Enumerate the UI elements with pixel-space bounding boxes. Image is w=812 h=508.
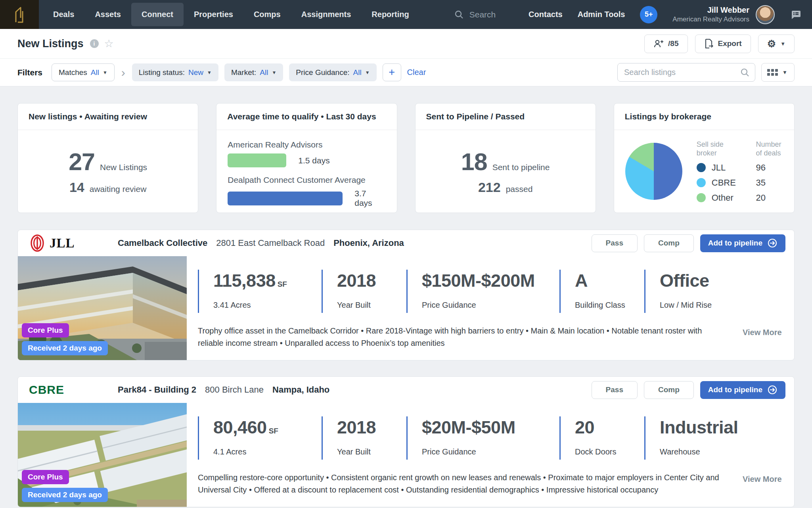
user-menu[interactable]: Jill Webber American Realty Advisors <box>672 5 775 24</box>
awaiting-review-count: 14 <box>69 180 84 195</box>
chevron-down-icon: ▼ <box>780 41 785 47</box>
card-title: Listings by brokerage <box>614 104 794 130</box>
bar-american-realty <box>228 153 286 167</box>
dealpath-logo[interactable] <box>0 0 39 29</box>
pass-button[interactable]: Pass <box>592 234 638 252</box>
filter-bar: Filters Matches All ▼ › Listing status: … <box>0 59 812 86</box>
legend-row: JLL <box>697 163 738 173</box>
strategy-badge: Core Plus <box>22 470 69 484</box>
new-listings-count: 27 <box>69 148 95 176</box>
listing-photo-industrial[interactable]: Core Plus Received 2 days ago <box>18 403 187 507</box>
listing-name: Park84 - Building 2 <box>118 385 196 395</box>
search-listings-input[interactable] <box>617 63 755 82</box>
add-to-pipeline-button[interactable]: Add to pipeline <box>700 381 785 399</box>
legend-row: CBRE <box>697 178 738 188</box>
notifications-badge[interactable]: 5+ <box>640 6 657 23</box>
nav-item-contacts[interactable]: Contacts <box>529 10 563 19</box>
listing-photo-office[interactable]: Core Plus Received 2 days ago <box>18 256 187 360</box>
filter-matches[interactable]: Matches All ▼ <box>52 63 115 81</box>
legend-dot-jll <box>697 163 706 172</box>
search-icon <box>454 10 464 19</box>
nav-item-properties[interactable]: Properties <box>184 0 243 29</box>
stat-price-guidance: $20M-$50M Price Guidance <box>406 416 559 460</box>
export-button[interactable]: Export <box>695 35 751 53</box>
feedback-icon[interactable] <box>790 9 802 21</box>
primary-nav: Deals Assets Connect Properties Comps As… <box>43 0 419 29</box>
listing-description: Compelling restore-core opportunity • Co… <box>198 472 725 496</box>
favorite-star-icon[interactable]: ☆ <box>104 38 114 49</box>
avatar[interactable] <box>756 5 775 24</box>
user-name: Jill Webber <box>672 6 749 15</box>
add-filter-button[interactable]: + <box>383 63 401 81</box>
chevron-down-icon: ▼ <box>782 69 787 75</box>
listing-location: Nampa, Idaho <box>272 385 329 395</box>
card-avg-time-to-qualify: Average time to qualify • Last 30 days A… <box>216 103 397 213</box>
nav-item-admin-tools[interactable]: Admin Tools <box>578 10 625 19</box>
listing-stats: 115,838SF 3.41 Acres 2018 Year Built $15… <box>198 270 784 313</box>
listing-name: Camelback Collective <box>118 238 207 248</box>
nav-right: Contacts Admin Tools 5+ Jill Webber Amer… <box>529 0 812 29</box>
top-nav: Deals Assets Connect Properties Comps As… <box>0 0 812 29</box>
invite-users-button[interactable]: /85 <box>644 35 688 53</box>
received-badge: Received 2 days ago <box>22 488 108 502</box>
info-icon[interactable]: i <box>90 39 99 48</box>
main-content: New listings • Awaiting review 27 New Li… <box>0 86 812 507</box>
listing-location: Phoenix, Arizona <box>333 238 404 248</box>
add-to-pipeline-button[interactable]: Add to pipeline <box>700 234 785 252</box>
view-more-link[interactable]: View More <box>743 328 782 349</box>
stat-price-guidance: $150M-$200M Price Guidance <box>406 270 559 313</box>
nav-item-assignments[interactable]: Assignments <box>291 0 362 29</box>
clear-filters-link[interactable]: Clear <box>407 68 426 77</box>
comp-button[interactable]: Comp <box>644 234 694 252</box>
listing-address: 2801 East Camelback Road <box>216 238 325 248</box>
filters-label: Filters <box>17 68 42 77</box>
chevron-down-icon: ▼ <box>365 70 370 75</box>
chevron-right-icon: › <box>121 67 126 79</box>
stat-dock-doors: 20 Dock Doors <box>559 416 644 460</box>
chevron-down-icon: ▼ <box>207 70 212 75</box>
card-title: New listings • Awaiting review <box>18 104 198 130</box>
nav-item-assets[interactable]: Assets <box>84 0 131 29</box>
passed-count: 212 <box>478 180 501 195</box>
listing-description: Trophy office asset in the Camelback Cor… <box>198 325 725 349</box>
card-sent-to-pipeline: Sent to Pipeline / Passed 18 Sent to pip… <box>415 103 596 213</box>
jll-logo-icon <box>29 234 46 252</box>
cbre-logo: CBRE <box>18 383 118 397</box>
listing-stats: 80,460SF 4.1 Acres 2018 Year Built $20M-… <box>198 416 784 460</box>
person-plus-icon <box>653 39 664 48</box>
filter-market[interactable]: Market: All ▼ <box>224 63 283 81</box>
view-mode-button[interactable]: ▼ <box>761 63 795 82</box>
bar-dealpath-average <box>228 192 343 205</box>
nav-item-connect[interactable]: Connect <box>131 3 184 26</box>
stat-size: 80,460SF 4.1 Acres <box>198 416 322 460</box>
stat-year-built: 2018 Year Built <box>322 270 406 313</box>
legend-dot-cbre <box>697 178 706 187</box>
page-title: New Listings <box>17 38 84 50</box>
stat-size: 115,838SF 3.41 Acres <box>198 270 322 313</box>
nav-item-comps[interactable]: Comps <box>243 0 291 29</box>
arrow-circle-icon <box>767 385 778 395</box>
stat-building-class: A Building Class <box>559 270 644 313</box>
filter-price-guidance[interactable]: Price Guidance: All ▼ <box>289 63 376 81</box>
nav-item-deals[interactable]: Deals <box>43 0 84 29</box>
brokerage-pie-chart <box>625 143 682 200</box>
view-more-link[interactable]: View More <box>743 475 782 496</box>
pie-legend: Sell side broker Number of deals JLL 96 … <box>697 140 783 203</box>
settings-button[interactable]: ⚙ ▼ <box>758 35 795 53</box>
listing-card-park84: CBRE Park84 - Building 2 800 Birch Lane … <box>17 376 795 507</box>
filter-listing-status[interactable]: Listing status: New ▼ <box>132 63 218 81</box>
page-header: New Listings i ☆ /85 Export ⚙ ▼ <box>0 29 812 59</box>
grid-view-icon <box>767 69 778 76</box>
global-search[interactable]: Search <box>454 0 496 29</box>
card-title: Average time to qualify • Last 30 days <box>216 104 396 130</box>
jll-logo: JLL <box>18 234 118 252</box>
search-icon <box>740 68 750 77</box>
stat-asset-type: Office Low / Mid Rise <box>644 270 720 313</box>
legend-row: Other <box>697 193 738 203</box>
pass-button[interactable]: Pass <box>592 381 638 399</box>
comp-button[interactable]: Comp <box>644 381 694 399</box>
strategy-badge: Core Plus <box>22 323 69 337</box>
sent-to-pipeline-count: 18 <box>461 148 487 176</box>
nav-item-reporting[interactable]: Reporting <box>361 0 419 29</box>
card-title: Sent to Pipeline / Passed <box>416 104 596 130</box>
